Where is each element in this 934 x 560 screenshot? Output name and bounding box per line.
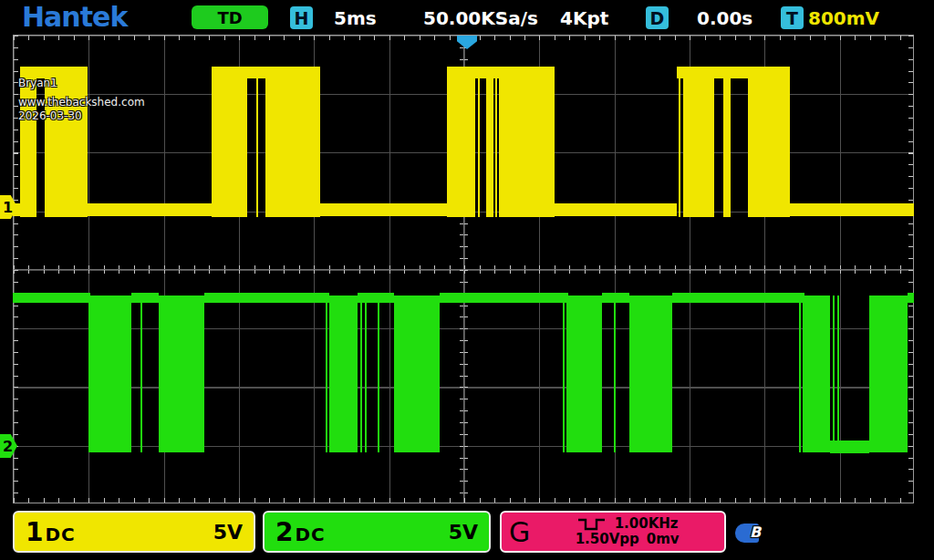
trigger-status-badge[interactable]: TD [192, 5, 268, 29]
hantek-logo: Hantek [22, 1, 127, 33]
delay-badge: D [646, 6, 669, 29]
trigger-level-readout: 800mV [808, 7, 879, 29]
overlay-username: Bryan1 [18, 77, 57, 89]
generator-label: G [509, 516, 530, 548]
horizontal-offset-readout: 0.00s [697, 7, 752, 29]
usb-device-icon: B [735, 524, 759, 543]
top-status-bar: Hantek TD H 5ms 50.00KSa/s 4Kpt D 0.00s … [0, 0, 934, 35]
ch1-label: 1DC [26, 517, 76, 547]
sample-rate-readout: 50.00KSa/s [423, 7, 538, 29]
oscilloscope-screen: Hantek TD H 5ms 50.00KSa/s 4Kpt D 0.00s … [0, 0, 934, 560]
generator-settings-box[interactable]: G 1.00KHz 1.50Vpp 0mv [500, 511, 726, 553]
center-horizontal-axis [14, 269, 913, 270]
generator-offset: 0mv [647, 533, 680, 547]
timebase-readout: 5ms [334, 7, 377, 29]
usb-drive-letter: B [750, 524, 761, 541]
ch2-scale: 5V [449, 521, 478, 544]
graticule [13, 35, 914, 503]
overlay-website: www.thebackshed.com [18, 96, 145, 109]
generator-amplitude: 1.50Vpp [576, 533, 639, 547]
ch1-scale: 5V [213, 521, 243, 544]
trigger-badge: T [781, 6, 804, 29]
overlay-date: 2026-03-30 [18, 109, 82, 122]
ch1-settings-box[interactable]: 1DC 5V [13, 511, 255, 553]
ch2-label: 2DC [275, 517, 326, 547]
horizontal-badge: H [290, 6, 313, 29]
ch2-settings-box[interactable]: 2DC 5V [263, 511, 491, 553]
memory-depth-readout: 4Kpt [560, 7, 608, 29]
generator-frequency: 1.00KHz [615, 517, 679, 532]
